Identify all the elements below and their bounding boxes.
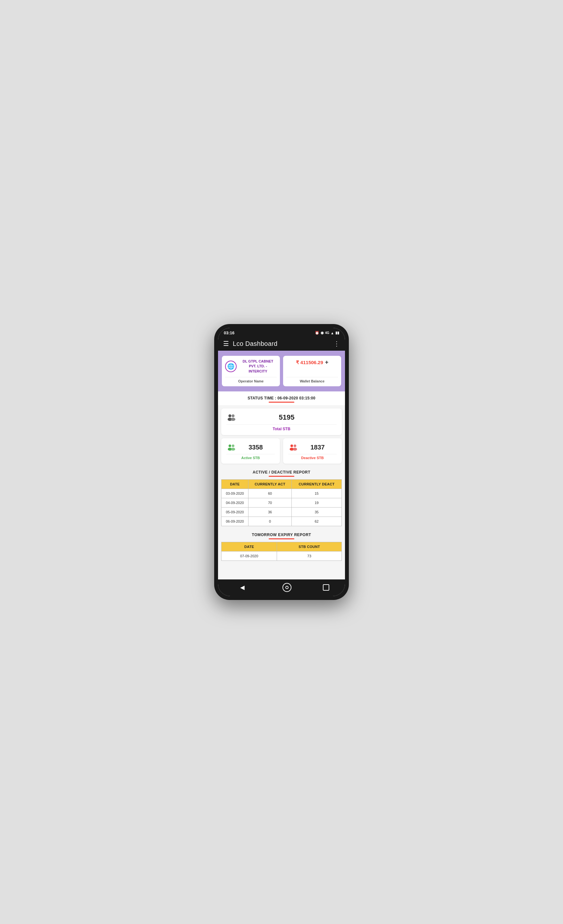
cell-currently-deact: 35 [292, 507, 342, 517]
tomorrow-expiry-report-section: TOMORROW EXPIRY REPORT DATE STB COUNT 07… [218, 530, 345, 564]
total-stb-count: 5195 [237, 413, 337, 422]
wallet-amount: ₹ 411506.29 [296, 360, 323, 365]
expiry-cell-date: 07-09-2020 [222, 552, 277, 561]
table-row: 05-09-2020 36 35 [222, 507, 342, 517]
back-button[interactable]: ◀ [234, 583, 251, 592]
active-deactive-table: DATE CURRENTLY ACT CURRENTLY DEACT 03-09… [221, 479, 342, 526]
active-people-icon [226, 442, 237, 452]
nav-bar: ◀ [218, 579, 345, 596]
alarm-icon: ⏰ [315, 331, 319, 335]
col-currently-deact: CURRENTLY DEACT [292, 480, 342, 489]
wifi-icon: ◉ [320, 331, 324, 335]
svg-point-1 [232, 414, 235, 417]
deactive-people-icon [288, 442, 298, 452]
report-title-underline [269, 476, 294, 477]
svg-point-8 [290, 445, 293, 447]
header-card: 🌐 DL GTPL CABNET PVT. LTD. - INTERCITY O… [218, 351, 345, 392]
expiry-cell-stb-count: 73 [277, 552, 342, 561]
svg-point-4 [229, 445, 231, 447]
cell-date: 03-09-2020 [222, 489, 249, 498]
status-time-section: STATUS TIME : 06-09-2020 03:15:00 [218, 392, 345, 405]
svg-point-11 [293, 448, 297, 451]
operator-label: Operator Name [225, 377, 277, 383]
main-content: 🌐 DL GTPL CABNET PVT. LTD. - INTERCITY O… [218, 351, 345, 579]
svg-point-3 [231, 418, 235, 421]
wallet-label: Wallet Balance [286, 377, 338, 383]
table-row: 06-09-2020 0 62 [222, 517, 342, 526]
cell-currently-deact: 15 [292, 489, 342, 498]
expiry-col-date: DATE [222, 542, 277, 552]
operator-card: 🌐 DL GTPL CABNET PVT. LTD. - INTERCITY O… [222, 356, 280, 386]
status-time-label: STATUS TIME : 06-09-2020 03:15:00 [221, 396, 342, 400]
add-wallet-button[interactable]: + [325, 359, 329, 366]
cell-date: 04-09-2020 [222, 498, 249, 507]
active-deactive-report-title: ACTIVE / DEACTIVE REPORT [221, 470, 342, 474]
active-stb-card: 3358 Active STB [221, 438, 280, 464]
svg-point-0 [229, 414, 232, 417]
app-bar: ☰ Lco Dashboard ⋮ [218, 336, 345, 351]
active-stb-count: 3358 [237, 444, 275, 451]
app-title: Lco Dashboard [233, 340, 329, 348]
time-display: 03:16 [224, 330, 234, 335]
status-time-underline [269, 402, 294, 403]
total-stb-card: 5195 Total STB [221, 408, 342, 435]
cell-currently-deact: 19 [292, 498, 342, 507]
wallet-card: ₹ 411506.29 + Wallet Balance [283, 356, 341, 386]
col-date: DATE [222, 480, 249, 489]
table-row: 04-09-2020 70 19 [222, 498, 342, 507]
expiry-title-underline [269, 538, 294, 539]
status-bar: 03:16 ⏰ ◉ 4G ▲ ▮▮ [218, 328, 345, 336]
table-row: 07-09-2020 73 [222, 552, 342, 561]
cell-currently-act: 70 [249, 498, 292, 507]
phone-frame: 03:16 ⏰ ◉ 4G ▲ ▮▮ ☰ Lco Dashboard ⋮ [214, 324, 349, 600]
active-deactive-row: 3358 Active STB [221, 438, 342, 464]
hamburger-menu-icon[interactable]: ☰ [223, 340, 229, 348]
more-options-icon[interactable]: ⋮ [334, 340, 340, 348]
table-row: 03-09-2020 60 15 [222, 489, 342, 498]
active-stb-label: Active STB [226, 454, 275, 460]
cell-date: 06-09-2020 [222, 517, 249, 526]
active-deactive-report-section: ACTIVE / DEACTIVE REPORT DATE CURRENTLY … [218, 467, 345, 530]
bottom-spacer [218, 564, 345, 574]
col-currently-act: CURRENTLY ACT [249, 480, 292, 489]
cell-currently-act: 36 [249, 507, 292, 517]
svg-point-7 [231, 448, 235, 451]
svg-point-5 [232, 445, 234, 447]
status-icons: ⏰ ◉ 4G ▲ ▮▮ [315, 331, 339, 335]
operator-name: DL GTPL CABNET PVT. LTD. - INTERCITY [239, 359, 277, 374]
home-button[interactable] [283, 583, 292, 592]
svg-point-9 [294, 445, 296, 447]
signal-icon: ▲ [331, 331, 334, 335]
total-stb-label: Total STB [226, 424, 337, 431]
expiry-col-stb-count: STB COUNT [277, 542, 342, 552]
stats-section: 5195 Total STB [218, 405, 345, 467]
globe-icon: 🌐 [225, 361, 237, 372]
deactive-stb-count: 1837 [298, 444, 337, 451]
deactive-stb-card: 1837 Deactive STB [283, 438, 342, 464]
cell-currently-act: 0 [249, 517, 292, 526]
deactive-stb-label: Deactive STB [288, 454, 337, 460]
tomorrow-expiry-table: DATE STB COUNT 07-09-2020 73 [221, 542, 342, 561]
cell-date: 05-09-2020 [222, 507, 249, 517]
cell-currently-act: 60 [249, 489, 292, 498]
recent-apps-button[interactable] [323, 584, 329, 591]
battery-icon: ▮▮ [335, 331, 339, 335]
phone-screen: 03:16 ⏰ ◉ 4G ▲ ▮▮ ☰ Lco Dashboard ⋮ [218, 328, 345, 596]
network-label: 4G [325, 331, 329, 334]
tomorrow-expiry-report-title: TOMORROW EXPIRY REPORT [221, 532, 342, 537]
people-icon [226, 412, 237, 423]
cell-currently-deact: 62 [292, 517, 342, 526]
